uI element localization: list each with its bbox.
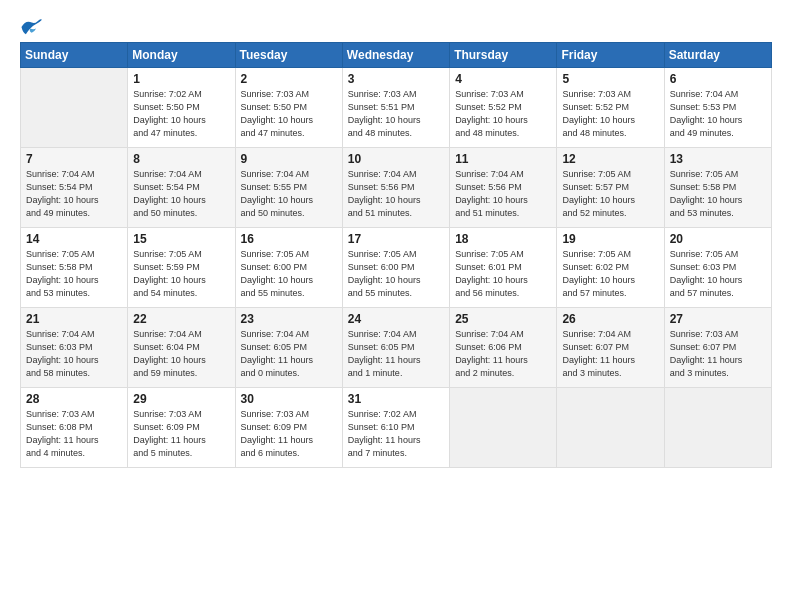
day-number: 14 (26, 232, 122, 246)
header (20, 18, 772, 36)
day-cell: 6Sunrise: 7:04 AM Sunset: 5:53 PM Daylig… (664, 68, 771, 148)
day-number: 8 (133, 152, 229, 166)
day-info: Sunrise: 7:05 AM Sunset: 6:00 PM Dayligh… (241, 248, 337, 300)
day-number: 10 (348, 152, 444, 166)
day-cell: 2Sunrise: 7:03 AM Sunset: 5:50 PM Daylig… (235, 68, 342, 148)
day-number: 13 (670, 152, 766, 166)
day-number: 9 (241, 152, 337, 166)
day-number: 26 (562, 312, 658, 326)
day-info: Sunrise: 7:04 AM Sunset: 5:55 PM Dayligh… (241, 168, 337, 220)
day-info: Sunrise: 7:04 AM Sunset: 5:56 PM Dayligh… (348, 168, 444, 220)
day-info: Sunrise: 7:04 AM Sunset: 6:07 PM Dayligh… (562, 328, 658, 380)
day-number: 21 (26, 312, 122, 326)
day-cell: 4Sunrise: 7:03 AM Sunset: 5:52 PM Daylig… (450, 68, 557, 148)
day-cell: 16Sunrise: 7:05 AM Sunset: 6:00 PM Dayli… (235, 228, 342, 308)
logo (20, 18, 44, 36)
day-cell: 31Sunrise: 7:02 AM Sunset: 6:10 PM Dayli… (342, 388, 449, 468)
day-cell: 17Sunrise: 7:05 AM Sunset: 6:00 PM Dayli… (342, 228, 449, 308)
day-number: 16 (241, 232, 337, 246)
col-header-thursday: Thursday (450, 43, 557, 68)
day-cell: 14Sunrise: 7:05 AM Sunset: 5:58 PM Dayli… (21, 228, 128, 308)
day-cell: 21Sunrise: 7:04 AM Sunset: 6:03 PM Dayli… (21, 308, 128, 388)
day-number: 30 (241, 392, 337, 406)
week-row-1: 1Sunrise: 7:02 AM Sunset: 5:50 PM Daylig… (21, 68, 772, 148)
day-cell (557, 388, 664, 468)
day-cell: 9Sunrise: 7:04 AM Sunset: 5:55 PM Daylig… (235, 148, 342, 228)
day-info: Sunrise: 7:05 AM Sunset: 6:02 PM Dayligh… (562, 248, 658, 300)
day-info: Sunrise: 7:05 AM Sunset: 5:57 PM Dayligh… (562, 168, 658, 220)
day-info: Sunrise: 7:05 AM Sunset: 5:58 PM Dayligh… (670, 168, 766, 220)
day-info: Sunrise: 7:04 AM Sunset: 6:04 PM Dayligh… (133, 328, 229, 380)
week-row-2: 7Sunrise: 7:04 AM Sunset: 5:54 PM Daylig… (21, 148, 772, 228)
day-number: 29 (133, 392, 229, 406)
day-info: Sunrise: 7:04 AM Sunset: 6:03 PM Dayligh… (26, 328, 122, 380)
day-cell: 13Sunrise: 7:05 AM Sunset: 5:58 PM Dayli… (664, 148, 771, 228)
day-info: Sunrise: 7:05 AM Sunset: 6:00 PM Dayligh… (348, 248, 444, 300)
day-info: Sunrise: 7:05 AM Sunset: 6:01 PM Dayligh… (455, 248, 551, 300)
day-number: 12 (562, 152, 658, 166)
day-cell: 24Sunrise: 7:04 AM Sunset: 6:05 PM Dayli… (342, 308, 449, 388)
day-info: Sunrise: 7:03 AM Sunset: 5:51 PM Dayligh… (348, 88, 444, 140)
day-number: 5 (562, 72, 658, 86)
col-header-saturday: Saturday (664, 43, 771, 68)
day-cell: 26Sunrise: 7:04 AM Sunset: 6:07 PM Dayli… (557, 308, 664, 388)
day-info: Sunrise: 7:05 AM Sunset: 5:59 PM Dayligh… (133, 248, 229, 300)
day-cell (21, 68, 128, 148)
day-info: Sunrise: 7:05 AM Sunset: 5:58 PM Dayligh… (26, 248, 122, 300)
day-number: 23 (241, 312, 337, 326)
day-cell (664, 388, 771, 468)
day-cell: 29Sunrise: 7:03 AM Sunset: 6:09 PM Dayli… (128, 388, 235, 468)
day-cell (450, 388, 557, 468)
day-cell: 23Sunrise: 7:04 AM Sunset: 6:05 PM Dayli… (235, 308, 342, 388)
page: SundayMondayTuesdayWednesdayThursdayFrid… (0, 0, 792, 612)
day-number: 2 (241, 72, 337, 86)
day-cell: 19Sunrise: 7:05 AM Sunset: 6:02 PM Dayli… (557, 228, 664, 308)
col-header-sunday: Sunday (21, 43, 128, 68)
day-cell: 28Sunrise: 7:03 AM Sunset: 6:08 PM Dayli… (21, 388, 128, 468)
day-number: 19 (562, 232, 658, 246)
day-info: Sunrise: 7:05 AM Sunset: 6:03 PM Dayligh… (670, 248, 766, 300)
day-info: Sunrise: 7:03 AM Sunset: 5:52 PM Dayligh… (562, 88, 658, 140)
day-cell: 15Sunrise: 7:05 AM Sunset: 5:59 PM Dayli… (128, 228, 235, 308)
day-info: Sunrise: 7:03 AM Sunset: 5:50 PM Dayligh… (241, 88, 337, 140)
col-header-wednesday: Wednesday (342, 43, 449, 68)
day-info: Sunrise: 7:04 AM Sunset: 6:05 PM Dayligh… (241, 328, 337, 380)
day-number: 18 (455, 232, 551, 246)
day-number: 11 (455, 152, 551, 166)
day-number: 15 (133, 232, 229, 246)
day-info: Sunrise: 7:03 AM Sunset: 6:07 PM Dayligh… (670, 328, 766, 380)
day-number: 6 (670, 72, 766, 86)
day-info: Sunrise: 7:03 AM Sunset: 5:52 PM Dayligh… (455, 88, 551, 140)
day-number: 27 (670, 312, 766, 326)
day-cell: 30Sunrise: 7:03 AM Sunset: 6:09 PM Dayli… (235, 388, 342, 468)
day-cell: 11Sunrise: 7:04 AM Sunset: 5:56 PM Dayli… (450, 148, 557, 228)
day-info: Sunrise: 7:03 AM Sunset: 6:09 PM Dayligh… (241, 408, 337, 460)
day-cell: 3Sunrise: 7:03 AM Sunset: 5:51 PM Daylig… (342, 68, 449, 148)
day-cell: 22Sunrise: 7:04 AM Sunset: 6:04 PM Dayli… (128, 308, 235, 388)
day-number: 22 (133, 312, 229, 326)
day-cell: 12Sunrise: 7:05 AM Sunset: 5:57 PM Dayli… (557, 148, 664, 228)
day-info: Sunrise: 7:02 AM Sunset: 6:10 PM Dayligh… (348, 408, 444, 460)
day-cell: 5Sunrise: 7:03 AM Sunset: 5:52 PM Daylig… (557, 68, 664, 148)
day-info: Sunrise: 7:04 AM Sunset: 5:53 PM Dayligh… (670, 88, 766, 140)
col-header-monday: Monday (128, 43, 235, 68)
day-info: Sunrise: 7:04 AM Sunset: 5:54 PM Dayligh… (133, 168, 229, 220)
day-info: Sunrise: 7:03 AM Sunset: 6:09 PM Dayligh… (133, 408, 229, 460)
week-row-5: 28Sunrise: 7:03 AM Sunset: 6:08 PM Dayli… (21, 388, 772, 468)
day-info: Sunrise: 7:03 AM Sunset: 6:08 PM Dayligh… (26, 408, 122, 460)
day-number: 31 (348, 392, 444, 406)
day-info: Sunrise: 7:04 AM Sunset: 5:56 PM Dayligh… (455, 168, 551, 220)
day-cell: 25Sunrise: 7:04 AM Sunset: 6:06 PM Dayli… (450, 308, 557, 388)
day-number: 28 (26, 392, 122, 406)
day-number: 24 (348, 312, 444, 326)
day-cell: 10Sunrise: 7:04 AM Sunset: 5:56 PM Dayli… (342, 148, 449, 228)
col-header-tuesday: Tuesday (235, 43, 342, 68)
day-cell: 7Sunrise: 7:04 AM Sunset: 5:54 PM Daylig… (21, 148, 128, 228)
day-number: 3 (348, 72, 444, 86)
logo-icon (20, 18, 42, 36)
day-cell: 18Sunrise: 7:05 AM Sunset: 6:01 PM Dayli… (450, 228, 557, 308)
day-info: Sunrise: 7:04 AM Sunset: 6:05 PM Dayligh… (348, 328, 444, 380)
calendar-table: SundayMondayTuesdayWednesdayThursdayFrid… (20, 42, 772, 468)
header-row: SundayMondayTuesdayWednesdayThursdayFrid… (21, 43, 772, 68)
day-number: 4 (455, 72, 551, 86)
